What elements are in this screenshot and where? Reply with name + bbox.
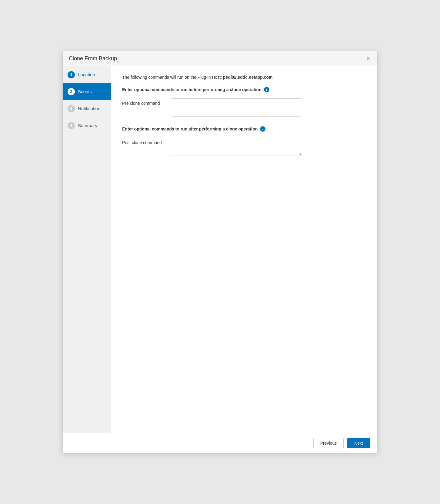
post-clone-info-icon[interactable]: i — [260, 126, 265, 132]
sidebar-item-label-summary: Summary — [78, 123, 97, 128]
pre-clone-section: Enter optional commands to run before pe… — [122, 87, 366, 117]
pre-clone-section-label: Enter optional commands to run before pe… — [122, 87, 262, 92]
previous-button[interactable]: Previous — [313, 438, 344, 448]
dialog-body: 1 Location 2 Scripts 3 Notification 4 Su… — [63, 66, 377, 433]
pre-clone-form-row: Pre clone command — [122, 98, 366, 117]
sidebar-item-location[interactable]: 1 Location — [63, 66, 111, 83]
post-clone-section-label: Enter optional commands to run after per… — [122, 127, 258, 131]
sidebar-item-scripts[interactable]: 2 Scripts — [63, 83, 111, 100]
pre-clone-section-header: Enter optional commands to run before pe… — [122, 87, 366, 92]
post-clone-form-row: Post clone command — [122, 138, 366, 156]
sidebar-item-label-location: Location — [78, 72, 95, 77]
dialog-header: Clone From Backup × — [63, 51, 377, 66]
step-num-summary: 4 — [68, 122, 75, 129]
step-num-notification: 3 — [68, 105, 75, 112]
sidebar: 1 Location 2 Scripts 3 Notification 4 Su… — [63, 66, 111, 433]
dialog-footer: Previous Next — [63, 433, 377, 453]
plugin-host-prefix: The following commands will run on the P… — [122, 75, 222, 80]
next-button[interactable]: Next — [347, 438, 370, 448]
pre-clone-label: Pre clone command — [122, 98, 166, 106]
close-button[interactable]: × — [365, 55, 371, 61]
step-num-location: 1 — [68, 71, 75, 78]
sidebar-item-label-scripts: Scripts — [78, 89, 92, 94]
post-clone-section: Enter optional commands to run after per… — [122, 126, 366, 156]
main-content: The following commands will run on the P… — [111, 66, 377, 433]
clone-from-backup-dialog: Clone From Backup × 1 Location 2 Scripts… — [62, 51, 378, 453]
post-clone-textarea[interactable] — [171, 138, 301, 156]
sidebar-item-label-notification: Notification — [78, 106, 100, 111]
sidebar-item-summary[interactable]: 4 Summary — [63, 117, 111, 134]
post-clone-label: Post clone command — [122, 138, 166, 145]
plugin-host-value: psql02.sddc.netapp.com — [223, 75, 272, 80]
post-clone-section-header: Enter optional commands to run after per… — [122, 126, 366, 132]
pre-clone-textarea[interactable] — [171, 98, 301, 117]
dialog-title: Clone From Backup — [69, 55, 117, 62]
pre-clone-info-icon[interactable]: i — [264, 87, 269, 92]
step-num-scripts: 2 — [68, 88, 75, 95]
plugin-host-line: The following commands will run on the P… — [122, 75, 366, 80]
sidebar-item-notification[interactable]: 3 Notification — [63, 100, 111, 117]
